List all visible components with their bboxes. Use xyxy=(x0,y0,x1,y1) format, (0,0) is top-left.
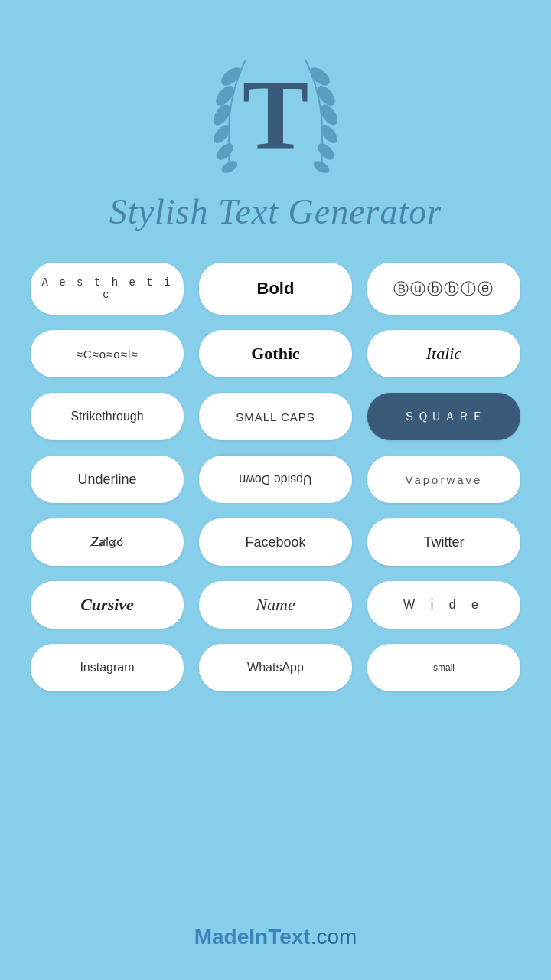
svg-point-4 xyxy=(215,142,234,161)
svg-point-5 xyxy=(221,160,238,175)
style-btn-underline[interactable]: Underline xyxy=(31,456,184,503)
footer-brand: MadeInText.com xyxy=(194,902,357,980)
style-btn-instagram[interactable]: Instagram xyxy=(31,644,184,691)
logo-icon: T xyxy=(191,46,360,184)
style-btn-cursive[interactable]: Cursive xyxy=(31,581,184,629)
style-btn-italic[interactable]: Italic xyxy=(367,330,520,377)
style-btn-name[interactable]: Name xyxy=(199,581,352,629)
style-btn-whatsapp[interactable]: WhatsApp xyxy=(199,644,352,691)
style-btn-zalgo[interactable]: Z̸a̷l̸g̷o̸ xyxy=(31,518,184,566)
style-buttons-grid: A e s t h e t i cBoldⒷⓤⓑⓑⓛⓔ≈C≈o≈o≈l≈Goth… xyxy=(0,232,551,707)
style-btn-smallcaps[interactable]: SMALL CAPS xyxy=(199,393,352,440)
svg-point-11 xyxy=(313,160,330,175)
style-btn-bold[interactable]: Bold xyxy=(199,263,352,315)
logo-letter: T xyxy=(243,65,309,165)
style-btn-wide[interactable]: W i d e xyxy=(367,581,520,629)
logo-area: T Stylish Text Generator xyxy=(94,46,457,232)
style-btn-strikethrough[interactable]: Strikethrough xyxy=(31,393,184,440)
svg-point-0 xyxy=(220,66,243,88)
footer-domain: .com xyxy=(311,925,357,949)
style-btn-upsidedown[interactable]: Upside Down xyxy=(199,456,352,503)
style-btn-square[interactable]: ＳＱＵＡＲＥ xyxy=(367,393,520,440)
style-btn-gothic[interactable]: Gothic xyxy=(199,330,352,377)
footer-brand-name: MadeInText xyxy=(194,925,311,949)
svg-point-6 xyxy=(308,66,331,88)
svg-point-10 xyxy=(316,142,335,161)
style-btn-aesthetic[interactable]: A e s t h e t i c xyxy=(31,263,184,315)
style-btn-twitter[interactable]: Twitter xyxy=(367,518,520,566)
app-title: Stylish Text Generator xyxy=(94,191,457,232)
style-btn-small[interactable]: small xyxy=(367,644,520,691)
style-btn-vaporwave[interactable]: Vaporwave xyxy=(367,456,520,503)
style-btn-facebook[interactable]: Facebook xyxy=(199,518,352,566)
style-btn-creole[interactable]: ≈C≈o≈o≈l≈ xyxy=(31,330,184,377)
style-btn-bubble[interactable]: Ⓑⓤⓑⓑⓛⓔ xyxy=(367,263,520,315)
